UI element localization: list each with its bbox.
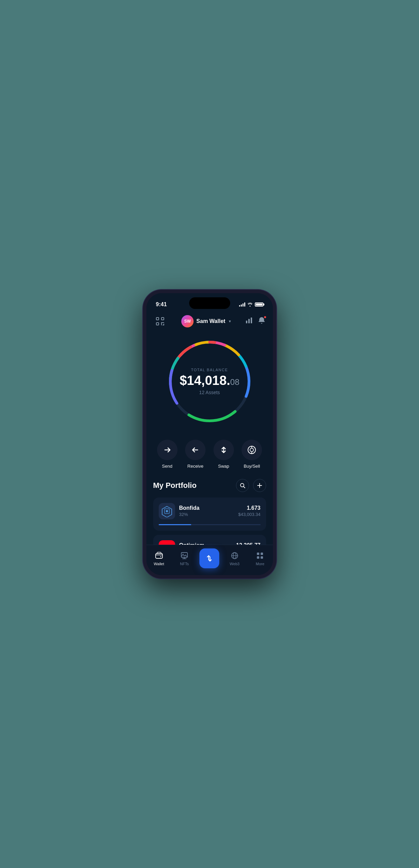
dynamic-island xyxy=(189,297,230,309)
bonfida-name: Bonfida xyxy=(179,505,234,511)
svg-rect-32 xyxy=(181,553,187,557)
svg-line-24 xyxy=(244,487,245,488)
wallet-icon xyxy=(154,551,164,560)
status-time: 9:41 xyxy=(156,301,167,308)
bottom-nav: Wallet NFTs xyxy=(146,545,273,575)
wifi-icon xyxy=(247,302,253,307)
svg-rect-1 xyxy=(161,318,164,320)
phone-shell: 9:41 xyxy=(143,290,276,579)
signal-icon xyxy=(239,302,245,307)
swap-label: Swap xyxy=(218,464,229,469)
nav-center-action[interactable] xyxy=(199,548,219,568)
web3-icon xyxy=(230,551,239,560)
svg-rect-42 xyxy=(261,553,263,555)
svg-rect-2 xyxy=(156,323,159,325)
notifications-button[interactable] xyxy=(258,316,266,326)
svg-rect-8 xyxy=(248,319,250,323)
receive-icon-circle xyxy=(185,440,206,460)
search-button[interactable] xyxy=(236,479,249,492)
bonfida-usd: $43,003.34 xyxy=(238,512,260,517)
svg-rect-9 xyxy=(251,318,252,323)
web3-label: Web3 xyxy=(230,562,240,566)
nft-icon xyxy=(180,551,189,560)
svg-point-33 xyxy=(183,554,184,555)
header: SW Sam Wallet ▾ xyxy=(146,311,273,334)
svg-rect-7 xyxy=(246,321,247,323)
scan-icon[interactable] xyxy=(153,314,167,328)
balance-ring: TOTAL BALANCE $14,018.08 12 Assets xyxy=(165,337,254,426)
receive-button[interactable]: Receive xyxy=(185,440,206,469)
send-button[interactable]: Send xyxy=(157,440,178,469)
svg-rect-29 xyxy=(166,510,168,512)
battery-icon xyxy=(255,302,263,307)
buysell-button[interactable]: Buy/Sell xyxy=(241,440,262,469)
bonfida-values: 1.673 $43,003.34 xyxy=(238,505,260,517)
asset-count: 12 Assets xyxy=(180,390,239,395)
chart-icon[interactable] xyxy=(245,316,253,326)
header-actions xyxy=(245,316,266,326)
receive-label: Receive xyxy=(187,464,204,469)
swap-button[interactable]: Swap xyxy=(213,440,234,469)
optimism-logo: OP xyxy=(159,540,175,545)
svg-point-20 xyxy=(250,448,253,452)
svg-point-31 xyxy=(160,556,161,557)
chevron-down-icon: ▾ xyxy=(229,319,231,324)
portfolio-header: My Portfolio xyxy=(153,479,266,492)
add-asset-button[interactable] xyxy=(253,479,266,492)
portfolio-actions xyxy=(236,479,266,492)
bonfida-progress-fill xyxy=(159,524,191,525)
nav-more[interactable]: More xyxy=(250,551,270,566)
asset-card-optimism[interactable]: OP Optimism 31% 12,305.77 $42,149.56 xyxy=(153,535,266,545)
bonfida-logo xyxy=(159,503,175,519)
balance-amount: $14,018.08 xyxy=(180,374,239,387)
svg-rect-41 xyxy=(257,553,259,555)
action-buttons: Send Receive Swap xyxy=(146,433,273,472)
svg-rect-43 xyxy=(257,556,259,559)
avatar: SW xyxy=(181,315,194,327)
nfts-label: NFTs xyxy=(180,562,189,566)
wallet-label: Wallet xyxy=(154,562,164,566)
nav-wallet[interactable]: Wallet xyxy=(149,551,169,566)
buysell-label: Buy/Sell xyxy=(244,464,260,469)
svg-rect-44 xyxy=(261,556,263,559)
asset-row: Bonfida 32% 1.673 $43,003.34 xyxy=(159,503,261,519)
nav-nfts[interactable]: NFTs xyxy=(174,551,195,566)
bonfida-progress-bar xyxy=(159,524,261,525)
user-selector[interactable]: SW Sam Wallet ▾ xyxy=(181,315,231,327)
bonfida-info: Bonfida 32% xyxy=(179,505,234,517)
nav-web3[interactable]: Web3 xyxy=(224,551,245,566)
balance-label: TOTAL BALANCE xyxy=(180,368,239,372)
svg-rect-0 xyxy=(156,318,159,320)
more-icon xyxy=(255,551,265,560)
status-icons xyxy=(239,302,263,307)
balance-section: TOTAL BALANCE $14,018.08 12 Assets xyxy=(146,334,273,433)
portfolio-title: My Portfolio xyxy=(153,481,197,490)
bonfida-percent: 32% xyxy=(179,512,234,517)
notification-badge xyxy=(263,315,267,319)
asset-card-bonfida[interactable]: Bonfida 32% 1.673 $43,003.34 xyxy=(153,497,266,531)
center-swap-icon xyxy=(205,554,214,563)
swap-icon-circle xyxy=(213,440,234,460)
bonfida-amount: 1.673 xyxy=(238,505,260,511)
asset-row: OP Optimism 31% 12,305.77 $42,149.56 xyxy=(159,540,261,545)
send-icon-circle xyxy=(157,440,178,460)
svg-rect-30 xyxy=(156,554,162,558)
screen: 9:41 xyxy=(146,293,273,545)
more-label: More xyxy=(256,562,264,566)
send-label: Send xyxy=(162,464,172,469)
user-name: Sam Wallet xyxy=(196,318,225,324)
buysell-icon-circle xyxy=(241,440,262,460)
portfolio-section: My Portfolio xyxy=(146,472,273,545)
ring-center: TOTAL BALANCE $14,018.08 12 Assets xyxy=(180,368,239,395)
